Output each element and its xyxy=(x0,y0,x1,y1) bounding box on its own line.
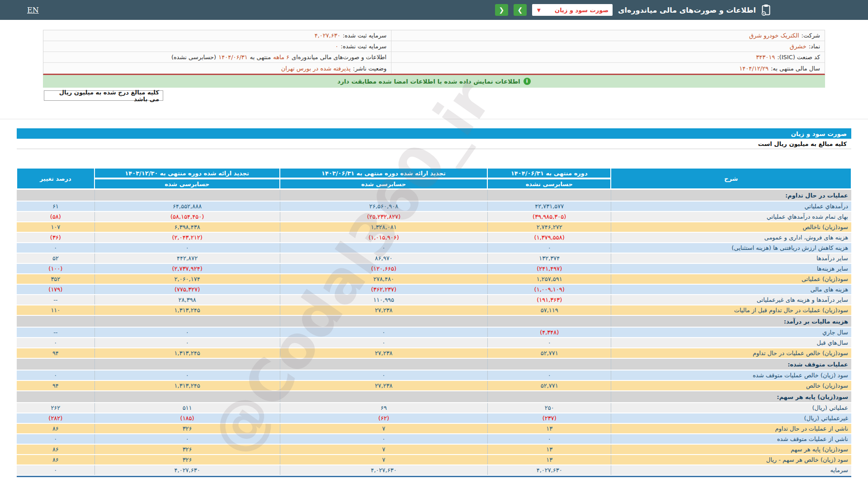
next-statement-button[interactable]: ❯ xyxy=(514,4,527,16)
table-row: بهای تمام شده درآمدهاي عملياتي(۳۹,۹۸۵,۳۰… xyxy=(17,212,851,221)
info-value: ۶ ماهه xyxy=(273,54,289,61)
value-1403-06-cell: ۲۷,۲۳۸ xyxy=(280,381,488,390)
section-row: عملیات در حال تداوم: xyxy=(17,190,851,201)
row-label-cell: سایر درآمدها و هزینه های غیرعملیاتی xyxy=(611,295,851,305)
value-1404-cell: ۱۳ xyxy=(487,445,611,454)
row-label-cell: عملیاتي (ریال) xyxy=(611,403,851,413)
info-label: سرمایه ثبت نشده: xyxy=(341,43,387,50)
empty-cell xyxy=(94,391,280,402)
header-period-1403-12: تجدید ارائه شده دوره منتهی به ۱۴۰۳/۱۲/۳۰ xyxy=(94,168,280,178)
header-period-1404: دوره منتهی به ۱۴۰۴/۰۶/۳۱ xyxy=(487,168,611,178)
value-1404-cell: ۱,۲۵۷,۵۹۱ xyxy=(487,274,611,284)
empty-cell xyxy=(487,359,611,370)
info-row: کد صنعت (ISIC):۳۴۳۰۱۹اطلاعات و صورت‌های … xyxy=(43,52,825,63)
row-label-cell: هزینه کاهش ارزش دریافتنی ها (هزینه استثن… xyxy=(611,243,851,253)
chevron-down-icon: ▼ xyxy=(537,8,541,13)
prev-statement-button[interactable]: ❮ xyxy=(495,4,508,16)
row-label-cell: سود(زیان) عملیات در حال تداوم قبل از مال… xyxy=(611,305,851,315)
row-label-cell: ناشي از عملیات در حال تداوم xyxy=(611,424,851,433)
value-1403-12-cell: (۲,۰۴۳,۲۱۲) xyxy=(94,233,280,242)
row-label-cell: سال جاري xyxy=(611,328,851,337)
percent-change-cell: ۰ xyxy=(17,465,94,475)
statement-title-bar: صورت سود و زیان xyxy=(17,128,851,139)
empty-cell xyxy=(17,391,94,402)
profit-loss-table-container: @Codal360_ir شرح دوره منتهی به ۱۴۰۴/۰۶/۳… xyxy=(17,167,851,477)
percent-change-cell: ۱۱۰ xyxy=(17,305,94,315)
value-1404-cell: (۴,۳۴۸) xyxy=(487,328,611,337)
signed-data-banner: i اطلاعات نمایش داده شده با اطلاعات امضا… xyxy=(43,75,825,88)
row-label-cell: غیرعملیاتي (ریال) xyxy=(611,413,851,423)
header-audit-status-1403-12: حسابرسی شده xyxy=(94,179,280,189)
statement-type-dropdown[interactable]: صورت سود و زیان ▼ xyxy=(532,4,613,16)
info-cell-right: کد صنعت (ISIC):۳۴۳۰۱۹ xyxy=(391,52,825,62)
table-row: سرمایه۴,۰۲۷,۶۳۰۴,۰۲۷,۶۳۰۴,۰۲۷,۶۳۰۰ xyxy=(17,465,851,475)
table-row: هزینه کاهش ارزش دریافتنی ها (هزینه استثن… xyxy=(17,243,851,253)
info-row: شرکت:الکتریک خودرو شرقسرمایه ثبت شده:۴,۰… xyxy=(43,30,825,41)
table-row: ناشي از عملیات در حال تداوم۱۳۷۳۲۶۸۶ xyxy=(17,424,851,433)
value-1403-12-cell: (۲,۷۳۷,۹۲۴) xyxy=(94,264,280,273)
value-1404-cell: ۵۷,۱۱۹ xyxy=(487,305,611,315)
table-body: عملیات در حال تداوم:درآمدهاي عملياتي۴۲,۷… xyxy=(17,190,851,475)
info-cell-right: شرکت:الکتریک خودرو شرق xyxy=(391,30,825,41)
empty-cell xyxy=(17,359,94,370)
value-1403-12-cell: ۲,۰۶۰,۱۷۴ xyxy=(94,274,280,284)
table-row: سود(زیان) عملیات در حال تداوم قبل از مال… xyxy=(17,305,851,315)
value-1403-12-cell: ۶۴,۵۵۲,۸۸۸ xyxy=(94,202,280,211)
value-1403-06-cell: ۲۷,۲۳۸ xyxy=(280,348,488,358)
page-title: اطلاعات و صورت‌های مالی میاندوره‌ای xyxy=(618,6,756,14)
language-switch-en[interactable]: EN xyxy=(27,6,39,14)
percent-change-cell: (۲۸۲) xyxy=(17,413,94,423)
value-1403-06-cell: (۱,۰۱۵,۹۰۶) xyxy=(280,233,488,242)
value-1403-06-cell: ۰ xyxy=(280,371,488,380)
table-row: سود(زیان) پایه هر سهم۱۳۷۳۲۶۸۶ xyxy=(17,445,851,454)
value-1403-06-cell: ۱,۳۲۸,۰۸۱ xyxy=(280,222,488,232)
row-label-cell: سود (زیان) خالص عملیات متوقف شده xyxy=(611,371,851,380)
percent-change-cell: ۵۲ xyxy=(17,253,94,263)
table-row: سال جاري(۴,۳۴۸)۰۰-- xyxy=(17,328,851,337)
table-row: غیرعملیاتي (ریال)(۲۳۷)(۶۲)(۱۸۵)(۲۸۲) xyxy=(17,413,851,423)
section-row: عملیات متوقف شده: xyxy=(17,359,851,370)
value-1404-cell: ۵۲,۷۷۱ xyxy=(487,381,611,390)
value-1403-06-cell: ۷ xyxy=(280,445,488,454)
info-label: کد صنعت (ISIC): xyxy=(777,54,820,61)
signed-data-banner-text: اطلاعات نمایش داده شده با اطلاعات امضا ش… xyxy=(337,78,520,85)
section-row: هزینه مالیات بر درآمد: xyxy=(17,316,851,327)
row-label-cell: سال‌هاي قبل xyxy=(611,338,851,347)
table-row: هزینه های مالی(۱,۰۰۹,۱۰۹)(۳۶۲,۲۳۷)(۷۷۵,۳… xyxy=(17,285,851,294)
info-row: نماد:خشرقسرمایه ثبت نشده:۰ xyxy=(43,41,825,52)
percent-change-cell: ۶۱ xyxy=(17,202,94,211)
section-divider xyxy=(0,119,868,119)
row-label-cell: سود(زیان) خالص xyxy=(611,381,851,390)
empty-cell xyxy=(94,316,280,327)
row-label-cell: سود(زیان) ناخالص xyxy=(611,222,851,232)
info-label: شرکت: xyxy=(802,32,820,39)
table-row: سود(زیان) عملیاتی۱,۲۵۷,۵۹۱۲۷۸,۴۸۰۲,۰۶۰,۱… xyxy=(17,274,851,284)
percent-change-cell: -- xyxy=(17,328,94,337)
value-1403-06-cell: ۸۶,۹۷۰ xyxy=(280,253,488,263)
value-1403-06-cell: (۲۵,۲۳۲,۸۲۷) xyxy=(280,212,488,221)
value-1404-cell: ۱۳۲,۳۷۴ xyxy=(487,253,611,263)
table-row: سود(زیان) ناخالص۲,۷۴۶,۲۷۲۱,۳۲۸,۰۸۱۶,۳۹۸,… xyxy=(17,222,851,232)
empty-cell xyxy=(280,391,488,402)
value-1403-12-cell: ۱,۳۱۳,۲۴۵ xyxy=(94,305,280,315)
section-label-cell: هزینه مالیات بر درآمد: xyxy=(611,316,851,327)
value-1403-06-cell: ۷ xyxy=(280,455,488,465)
info-label: اطلاعات و صورت‌های مالی میاندوره‌ای xyxy=(292,54,387,61)
table-row: سود(زیان) خالص عملیات در حال تداوم۵۲,۷۷۱… xyxy=(17,348,851,358)
row-label-cell: سود(زیان) پایه هر سهم xyxy=(611,445,851,454)
percent-change-cell: ۰ xyxy=(17,243,94,253)
percent-change-cell: ۸۶ xyxy=(17,455,94,465)
value-1404-cell: (۲۳۷) xyxy=(487,413,611,423)
amount-unit-note: کلیه مبالغ درج شده به میلیون ریال می باش… xyxy=(44,90,163,101)
info-value: ۱۴۰۴/۱۲/۲۹ xyxy=(739,65,769,72)
info-value: ۳۴۳۰۱۹ xyxy=(756,54,775,61)
percent-change-cell: ۹۴ xyxy=(17,381,94,390)
value-1404-cell: ۱۳ xyxy=(487,424,611,433)
table-row: سود (زیان) خالص عملیات متوقف شده۰۰۰۰ xyxy=(17,371,851,380)
value-1403-06-cell: (۳۶۲,۲۳۷) xyxy=(280,285,488,294)
percent-change-cell: ۰ xyxy=(17,371,94,380)
info-value: پذیرفته شده در بورس تهران xyxy=(281,65,351,72)
value-1403-06-cell: ۲۷۸,۴۸۰ xyxy=(280,274,488,284)
top-navbar: اطلاعات و صورت‌های مالی میاندوره‌ای صورت… xyxy=(0,0,868,20)
chevron-left-icon: ❮ xyxy=(499,6,505,14)
